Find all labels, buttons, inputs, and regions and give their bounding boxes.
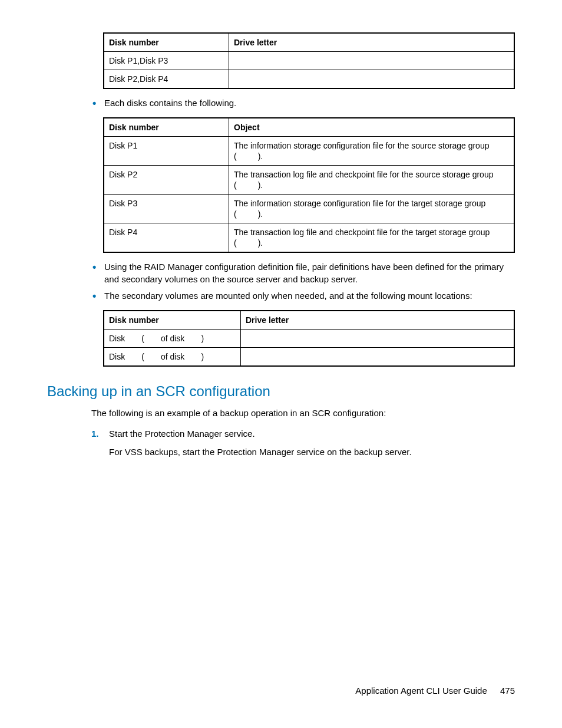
bullet-secondary-volumes: The secondary volumes are mounted only w… [91, 290, 515, 302]
step-number: 1. [91, 427, 99, 441]
table-row: Disk P1,Disk P3 [104, 52, 514, 70]
table-disk-drive-1: Disk number Drive letter Disk P1,Disk P3… [103, 32, 515, 89]
t3-h2: Drive letter [241, 311, 515, 330]
t2-h1: Disk number [104, 118, 229, 137]
bullet-disks-contain: Each disks contains the following. [91, 97, 515, 109]
table-row: Disk P2,Disk P4 [104, 70, 514, 89]
t1-h1: Disk number [104, 33, 229, 52]
step-main: Start the Protection Manager service. [109, 427, 515, 441]
footer-page-number: 475 [500, 686, 515, 696]
table-row: Disk(of disk) [104, 330, 514, 348]
t1-h2: Drive letter [229, 33, 515, 52]
t2-h2: Object [229, 118, 515, 137]
table-row: Disk P4 The transaction log file and che… [104, 223, 514, 253]
table-row: Disk P2 The transaction log file and che… [104, 166, 514, 195]
step-sub: For VSS backups, start the Protection Ma… [109, 446, 515, 459]
t3-h1: Disk number [104, 311, 241, 330]
bullet-raid-manager: Using the RAID Manager configuration def… [91, 261, 515, 285]
footer-title: Application Agent CLI User Guide [355, 686, 487, 696]
table-row: Disk P3 The information storage configur… [104, 195, 514, 223]
table-disk-drive-2: Disk number Drive letter Disk(of disk) D… [103, 310, 515, 367]
table-row: Disk(of disk) [104, 348, 514, 367]
table-disk-object: Disk number Object Disk P1 The informati… [103, 117, 515, 253]
page-footer: Application Agent CLI User Guide 475 [355, 686, 515, 696]
heading-backing-up-scr: Backing up in an SCR configuration [47, 383, 515, 400]
table-row: Disk P1 The information storage configur… [104, 137, 514, 166]
intro-text: The following is an example of a backup … [91, 407, 515, 419]
step-1: 1. Start the Protection Manager service.… [91, 427, 515, 459]
